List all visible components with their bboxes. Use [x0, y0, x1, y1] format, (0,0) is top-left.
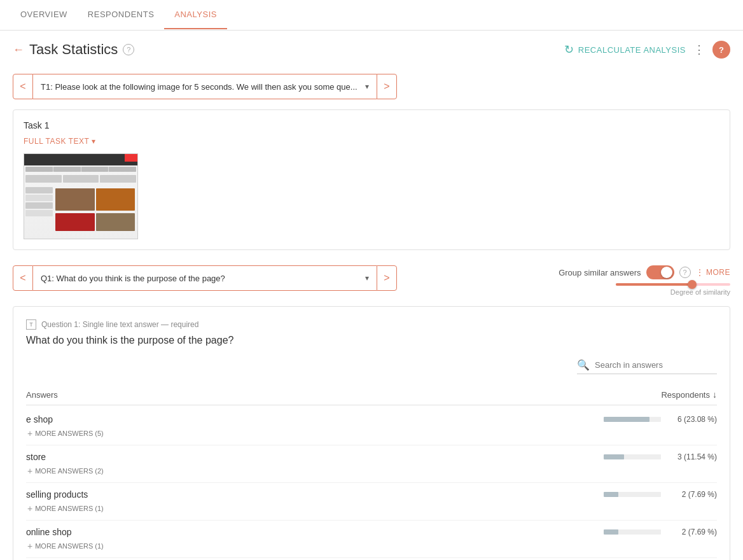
search-icon: 🔍 — [577, 359, 590, 371]
answer-bar-container — [604, 454, 661, 459]
title-help-icon[interactable]: ? — [123, 44, 134, 55]
answers-panel: T Question 1: Single line text answer — … — [13, 306, 730, 560]
search-box: 🔍 — [577, 359, 717, 374]
more-answers-label: MORE ANSWERS (1) — [35, 505, 104, 512]
task-image — [24, 153, 138, 239]
more-button[interactable]: ⋮ MORE — [696, 268, 731, 277]
question-prev-button[interactable]: < — [13, 265, 33, 291]
answer-row: store 3 (11.54 %) — [26, 452, 717, 462]
similarity-thumb — [688, 280, 697, 289]
group-similar-help-icon[interactable]: ? — [679, 267, 691, 278]
similarity-label: Degree of similarity — [670, 288, 730, 296]
sort-icon: ↓ — [712, 389, 717, 400]
toggle-knob — [661, 267, 672, 278]
title-area: ← Task Statistics ? — [13, 41, 134, 58]
respondents-label: Respondents — [661, 390, 710, 400]
tab-respondents[interactable]: RESPONDENTS — [78, 1, 164, 29]
plus-icon: + — [27, 503, 32, 514]
header-more-icon[interactable]: ⋮ — [693, 43, 705, 57]
task-dropdown-arrow: ▾ — [365, 82, 369, 91]
recalculate-icon: ↻ — [564, 43, 574, 57]
answer-text: selling products — [26, 489, 590, 500]
respondents-col-header[interactable]: Respondents ↓ — [590, 389, 717, 400]
tab-overview[interactable]: OVERVIEW — [10, 1, 78, 29]
recalculate-button[interactable]: ↻ RECALCULATE ANALYSIS — [564, 43, 686, 57]
question-navigator: < Q1: What do you think is the purpose o… — [0, 255, 743, 301]
more-answers-button[interactable]: + MORE ANSWERS (2) — [26, 466, 717, 476]
answer-group: e shop 6 (23.08 %) + MORE ANSWERS (5) — [26, 408, 717, 445]
answer-row: selling products 2 (7.69 %) — [26, 489, 717, 500]
more-icon: ⋮ — [696, 268, 704, 277]
answer-bar — [604, 454, 624, 459]
answer-bar-area: 2 (7.69 %) — [590, 490, 717, 499]
similarity-slider[interactable] — [616, 283, 730, 286]
full-task-text-button[interactable]: FULL TASK TEXT ▾ — [24, 137, 719, 146]
answer-text: e shop — [26, 414, 590, 424]
back-button[interactable]: ← — [13, 43, 24, 57]
task-card: Task 1 FULL TASK TEXT ▾ — [13, 109, 730, 250]
full-task-text-arrow: ▾ — [92, 137, 96, 146]
similarity-track — [616, 283, 690, 286]
similarity-slider-area: Degree of similarity — [616, 282, 730, 296]
more-label: MORE — [706, 268, 730, 277]
answers-table-header: Answers Respondents ↓ — [26, 384, 717, 405]
task-select-text: T1: Please look at the following image f… — [41, 82, 360, 92]
more-answers-button[interactable]: + MORE ANSWERS (1) — [26, 503, 717, 514]
more-answers-label: MORE ANSWERS (2) — [35, 467, 104, 475]
task-select-dropdown[interactable]: T1: Please look at the following image f… — [33, 74, 377, 99]
answer-percentage: 6 (23.08 %) — [666, 415, 717, 424]
answer-bar-area: 3 (11.54 %) — [590, 452, 717, 461]
answer-bar-area: 6 (23.08 %) — [590, 415, 717, 424]
plus-icon: + — [27, 466, 32, 476]
answer-group: store 3 (11.54 %) + MORE ANSWERS (2) — [26, 445, 717, 483]
answer-text: store — [26, 452, 590, 462]
search-input[interactable] — [595, 360, 717, 370]
header-help-circle[interactable]: ? — [712, 41, 730, 59]
answers-col-header: Answers — [26, 390, 590, 400]
answer-row: e shop 6 (23.08 %) — [26, 414, 717, 424]
task-navigator: < T1: Please look at the following image… — [0, 69, 743, 104]
answer-group: selling products 2 (7.69 %) + MORE ANSWE… — [26, 483, 717, 521]
page-header: ← Task Statistics ? ↻ RECALCULATE ANALYS… — [0, 31, 743, 69]
task-prev-button[interactable]: < — [13, 74, 33, 99]
answer-bar — [604, 492, 618, 497]
question-meta-text: Question 1: Single line text answer — re… — [41, 320, 198, 329]
top-navigation: OVERVIEW RESPONDENTS ANALYSIS — [0, 0, 743, 31]
answer-group: online shop 2 (7.69 %) + MORE ANSWERS (1… — [26, 521, 717, 558]
answer-percentage: 3 (11.54 %) — [666, 452, 717, 461]
answer-bar-container — [604, 529, 661, 535]
more-answers-label: MORE ANSWERS (5) — [35, 430, 104, 437]
answer-row: online shop 2 (7.69 %) — [26, 527, 717, 537]
group-similar-label: Group similar answers — [559, 268, 641, 277]
answer-text: online shop — [26, 527, 590, 537]
tab-analysis[interactable]: ANALYSIS — [164, 1, 227, 29]
question-select-dropdown[interactable]: Q1: What do you think is the purpose of … — [33, 265, 377, 291]
answer-bar — [604, 529, 618, 535]
recalculate-label: RECALCULATE ANALYSIS — [578, 45, 686, 55]
full-task-text-label: FULL TASK TEXT — [24, 137, 89, 146]
question-select-text: Q1: What do you think is the purpose of … — [41, 274, 360, 283]
task-label: Task 1 — [24, 120, 719, 130]
group-similar-area: Group similar answers ? ⋮ MORE Degree of… — [559, 265, 730, 296]
answer-percentage: 2 (7.69 %) — [666, 528, 717, 536]
answer-percentage: 2 (7.69 %) — [666, 490, 717, 499]
answer-bar-container — [604, 417, 661, 422]
question-dropdown-arrow: ▾ — [365, 274, 369, 283]
question-next-button[interactable]: > — [377, 265, 397, 291]
question-type-icon: T — [26, 319, 36, 330]
plus-icon: + — [27, 428, 32, 438]
group-similar-toggle[interactable] — [646, 265, 674, 279]
page-title: Task Statistics — [29, 41, 118, 58]
more-answers-button[interactable]: + MORE ANSWERS (1) — [26, 541, 717, 551]
group-similar-row: Group similar answers ? ⋮ MORE — [559, 265, 730, 279]
more-answers-button[interactable]: + MORE ANSWERS (5) — [26, 428, 717, 438]
answers-list: e shop 6 (23.08 %) + MORE ANSWERS (5) st… — [26, 408, 717, 558]
question-text: What do you think is the purpose of the … — [26, 335, 717, 346]
answer-bar-container — [604, 492, 661, 497]
task-next-button[interactable]: > — [377, 74, 397, 99]
header-actions: ↻ RECALCULATE ANALYSIS ⋮ ? — [564, 41, 730, 59]
more-answers-label: MORE ANSWERS (1) — [35, 542, 104, 550]
answer-bar-area: 2 (7.69 %) — [590, 528, 717, 536]
question-meta: T Question 1: Single line text answer — … — [26, 319, 717, 330]
search-row: 🔍 — [26, 359, 717, 374]
